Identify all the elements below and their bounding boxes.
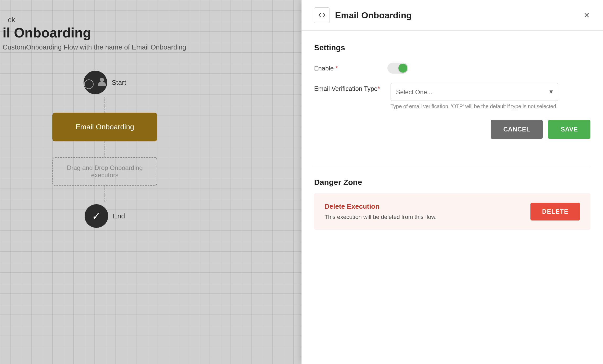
select-hint: Type of email verification. 'OTP' will b… [391, 103, 558, 109]
enable-label: Enable * [314, 63, 377, 72]
panel-header: Email Onboarding × [302, 0, 603, 31]
code-icon-button[interactable] [314, 7, 330, 23]
divider [314, 167, 590, 167]
connector-line-2 [105, 141, 105, 157]
enable-toggle[interactable] [387, 63, 408, 74]
select-container: Select One... OTP Link ▼ Type of email v… [391, 83, 558, 109]
close-button[interactable]: × [583, 9, 590, 21]
back-link[interactable]: ck [8, 16, 15, 24]
danger-zone-section: Danger Zone Delete Execution This execut… [302, 178, 603, 230]
code-icon [318, 12, 326, 19]
svg-point-0 [100, 78, 104, 82]
delete-execution-title: Delete Execution [325, 202, 437, 211]
start-node: ◯ Start [84, 71, 126, 94]
danger-content: Delete Execution This execution will be … [325, 202, 437, 220]
user-icon: ◯ [84, 76, 107, 89]
start-label: Start [112, 79, 126, 87]
delete-execution-desc: This execution will be deleted from this… [325, 214, 437, 220]
enable-row: Enable * [314, 63, 590, 74]
start-circle: ◯ [84, 71, 107, 94]
end-circle: ✓ [85, 204, 108, 228]
email-box-label: Email Onboarding [75, 123, 134, 131]
check-icon: ✓ [92, 210, 101, 222]
enable-required-star: * [335, 65, 338, 72]
email-verification-required-star: * [377, 85, 380, 92]
settings-section-title: Settings [314, 43, 590, 52]
connector-line-1 [105, 97, 105, 113]
flow-title: il Onboarding [3, 25, 91, 41]
header-left: Email Onboarding [314, 7, 412, 23]
email-verification-select[interactable]: Select One... OTP Link [391, 83, 558, 101]
flow-diagram-panel: ck il Onboarding CustomOnboarding Flow w… [0, 0, 302, 364]
end-node: ✓ End [85, 204, 125, 228]
panel-content: Settings Enable * Email Verification Typ… [302, 31, 603, 167]
select-wrapper: Select One... OTP Link ▼ [391, 83, 558, 101]
save-button[interactable]: SAVE [548, 120, 590, 139]
email-verification-row: Email Verification Type* Select One... O… [314, 83, 590, 109]
danger-zone-title: Danger Zone [314, 178, 590, 187]
flow-subtitle: CustomOnboarding Flow with the name of E… [3, 43, 186, 51]
delete-button[interactable]: DELETE [530, 203, 580, 220]
email-onboarding-node[interactable]: Email Onboarding [52, 113, 157, 141]
end-label: End [113, 212, 125, 220]
flow-diagram: ◯ Start Email Onboarding Drag and Drop O… [52, 71, 157, 228]
settings-panel: Email Onboarding × Settings Enable * Ema… [302, 0, 603, 364]
toggle-knob [398, 64, 407, 73]
drop-zone-label: Drag and Drop Onboarding executors [53, 164, 157, 179]
connector-line-3 [105, 186, 105, 202]
danger-box: Delete Execution This execution will be … [314, 193, 590, 230]
action-buttons: CANCEL SAVE [314, 120, 590, 139]
panel-title: Email Onboarding [335, 10, 412, 20]
cancel-button[interactable]: CANCEL [491, 120, 543, 139]
drop-zone[interactable]: Drag and Drop Onboarding executors [52, 157, 157, 186]
enable-label-text: Enable [314, 65, 334, 72]
toggle-container [387, 63, 408, 74]
email-verification-label-text: Email Verification Type [314, 85, 377, 92]
email-verification-label: Email Verification Type* [314, 83, 380, 92]
